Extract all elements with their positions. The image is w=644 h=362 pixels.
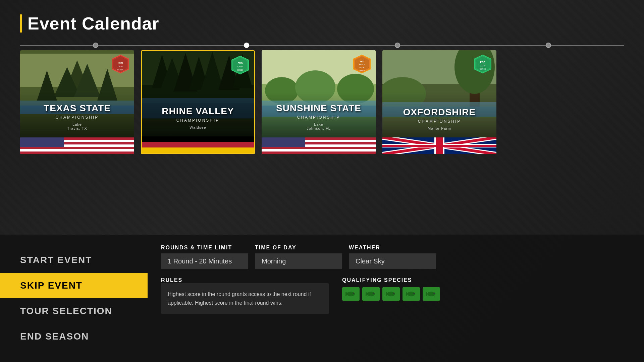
texas-card-content: Texas State Championship Lake Travis, TX xyxy=(20,50,134,154)
svg-marker-91 xyxy=(386,292,387,296)
info-bottom-row: Rules Highest score in the round grants … xyxy=(161,277,631,314)
svg-rect-40 xyxy=(142,147,254,153)
timeline-dot-4[interactable] xyxy=(546,43,551,48)
event-card-oxfordshire[interactable]: PRO CARP SERIES xyxy=(382,50,496,154)
svg-point-92 xyxy=(407,292,415,296)
rules-section: Rules Highest score in the round grants … xyxy=(161,277,329,314)
oxford-card-title: Oxfordshire xyxy=(403,107,476,118)
sunshine-card-title: Sunshine State xyxy=(276,103,361,114)
event-card-texas-state[interactable]: PRO BASS SERIES xyxy=(20,50,134,154)
skip-event-button[interactable]: Skip Event xyxy=(0,273,148,298)
sunshine-card-subtitle: Championship xyxy=(276,115,361,120)
svg-rect-82 xyxy=(382,145,496,147)
rhine-card-content: Rhine Valley Championship Waldsee xyxy=(142,51,254,153)
timeline-dot-2[interactable] xyxy=(244,43,249,48)
texas-card-subtitle: Championship xyxy=(44,115,111,120)
svg-rect-39 xyxy=(142,142,254,147)
svg-marker-88 xyxy=(366,292,367,296)
rhine-card-location: Waldsee xyxy=(162,125,234,129)
start-event-button[interactable]: Start Event xyxy=(0,247,148,273)
end-season-button[interactable]: End Season xyxy=(0,324,148,349)
svg-rect-58 xyxy=(262,147,376,149)
weather-value: Clear Sky xyxy=(349,253,436,269)
header-accent-bar xyxy=(20,14,22,33)
rules-text: Highest score in the round grants access… xyxy=(168,290,322,307)
fish-icons-row xyxy=(342,287,440,301)
event-card-rhine-valley[interactable]: PRO CARP SERIES Rhine Valley Championsh xyxy=(141,50,255,154)
fish-icon-4 xyxy=(402,287,420,301)
timeline-dots xyxy=(20,43,624,48)
left-menu: Start Event Skip Event Tour Selection En… xyxy=(0,235,148,362)
svg-rect-59 xyxy=(262,149,376,152)
svg-point-84 xyxy=(353,293,354,294)
rhine-card-title: Rhine Valley xyxy=(162,106,234,117)
svg-point-83 xyxy=(347,292,355,296)
timeline-dot-1[interactable] xyxy=(93,43,98,48)
svg-point-86 xyxy=(367,292,375,296)
rhine-card-subtitle: Championship xyxy=(162,118,234,123)
event-cards-section: PRO BASS SERIES xyxy=(20,50,624,158)
header: Event Calendar xyxy=(0,0,644,40)
svg-point-95 xyxy=(427,292,435,296)
svg-rect-60 xyxy=(262,152,376,154)
oxford-card-subtitle: Championship xyxy=(403,119,476,124)
fish-icon-3 xyxy=(382,287,400,301)
time-label: Time of Day xyxy=(255,245,342,251)
fish-icon-2 xyxy=(362,287,380,301)
main-content: Event Calendar xyxy=(0,0,644,362)
timeline xyxy=(20,40,624,50)
svg-marker-85 xyxy=(345,292,347,296)
rules-label: Rules xyxy=(161,277,329,283)
fish-icon-5 xyxy=(423,287,440,301)
svg-point-96 xyxy=(433,293,435,294)
svg-rect-61 xyxy=(262,137,305,147)
time-value: Morning xyxy=(255,253,342,269)
svg-rect-21 xyxy=(20,137,64,147)
sunshine-card-content: Sunshine State Championship Lake Johnson… xyxy=(262,50,376,154)
svg-rect-38 xyxy=(142,136,254,142)
svg-rect-18 xyxy=(20,147,134,149)
svg-point-87 xyxy=(373,293,374,294)
texas-card-title: Texas State xyxy=(44,103,111,114)
tour-selection-button[interactable]: Tour Selection xyxy=(0,298,148,324)
svg-rect-19 xyxy=(20,149,134,152)
oxford-card-location: Manor Farm xyxy=(403,126,476,130)
fish-icon-1 xyxy=(342,287,360,301)
texas-card-location: Lake Travis, TX xyxy=(44,122,111,130)
rules-box: Highest score in the round grants access… xyxy=(161,283,329,314)
rounds-value: 1 Round - 20 Minutes xyxy=(161,253,248,269)
svg-marker-97 xyxy=(426,292,427,296)
sunshine-card-location: Lake Johnson, FL xyxy=(276,122,361,130)
weather-label: Weather xyxy=(349,245,436,251)
bottom-panel: Start Event Skip Event Tour Selection En… xyxy=(0,235,644,362)
time-info-group: Time of Day Morning xyxy=(255,245,342,269)
oxford-card-content: Oxfordshire Championship Manor Farm xyxy=(382,50,496,154)
qualifying-section: Qualifying Species xyxy=(342,277,440,314)
rounds-label: Rounds & Time Limit xyxy=(161,245,248,251)
weather-info-group: Weather Clear Sky xyxy=(349,245,436,269)
rounds-info-group: Rounds & Time Limit 1 Round - 20 Minutes xyxy=(161,245,248,269)
info-top-row: Rounds & Time Limit 1 Round - 20 Minutes… xyxy=(161,245,631,269)
page-title: Event Calendar xyxy=(28,13,159,34)
svg-marker-94 xyxy=(406,292,407,296)
qualifying-label: Qualifying Species xyxy=(342,277,440,283)
event-card-sunshine-state[interactable]: PRO PRED- ATOR SERIES xyxy=(262,50,376,154)
svg-point-90 xyxy=(393,293,394,294)
svg-rect-20 xyxy=(20,152,134,154)
svg-point-89 xyxy=(387,292,395,296)
svg-point-93 xyxy=(413,293,415,294)
event-info-panel: Rounds & Time Limit 1 Round - 20 Minutes… xyxy=(148,235,644,362)
timeline-dot-3[interactable] xyxy=(395,43,400,48)
